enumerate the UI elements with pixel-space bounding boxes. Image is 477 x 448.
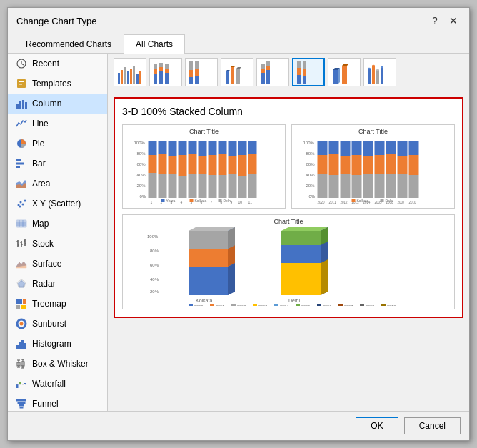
svg-rect-183 bbox=[318, 141, 328, 155]
sidebar-item-box[interactable]: Box & Whisker bbox=[8, 354, 107, 374]
svg-text:2003: 2003 bbox=[258, 304, 267, 306]
svg-rect-157 bbox=[248, 141, 257, 154]
help-button[interactable]: ? bbox=[428, 14, 442, 28]
svg-rect-200 bbox=[375, 174, 385, 198]
sidebar-item-pie[interactable]: Pie bbox=[8, 134, 107, 154]
thumb-3d-stacked-column[interactable] bbox=[256, 58, 289, 86]
sidebar-item-line[interactable]: Line bbox=[8, 114, 107, 134]
svg-rect-171 bbox=[161, 199, 165, 202]
chart-preview-2-title: Chart Title bbox=[295, 128, 451, 135]
sidebar-item-radar[interactable]: Radar bbox=[8, 274, 107, 294]
svg-rect-195 bbox=[363, 141, 373, 156]
cancel-button[interactable]: Cancel bbox=[404, 417, 461, 434]
svg-rect-173 bbox=[190, 199, 194, 202]
sidebar-item-funnel[interactable]: Funnel bbox=[8, 394, 107, 411]
sidebar-item-histogram[interactable]: Histogram bbox=[8, 334, 107, 354]
bar-icon bbox=[15, 157, 28, 170]
svg-rect-70 bbox=[133, 66, 135, 84]
tab-recommended[interactable]: Recommended Charts bbox=[14, 34, 124, 54]
svg-rect-55 bbox=[24, 383, 26, 384]
close-button[interactable]: ✕ bbox=[446, 14, 461, 28]
treemap-icon bbox=[15, 297, 28, 310]
svg-rect-193 bbox=[352, 155, 362, 175]
thumb-clustered-column[interactable] bbox=[114, 58, 146, 86]
svg-rect-141 bbox=[189, 174, 197, 198]
sidebar-item-recent[interactable]: Recent bbox=[8, 54, 107, 74]
svg-point-18 bbox=[19, 206, 21, 208]
svg-rect-144 bbox=[199, 174, 207, 198]
surface-icon bbox=[15, 257, 28, 270]
thumb-cylinder-column[interactable] bbox=[363, 58, 396, 86]
tab-all-charts[interactable]: All Charts bbox=[124, 34, 185, 54]
svg-text:20%: 20% bbox=[150, 289, 159, 294]
dialog-title: Change Chart Type bbox=[16, 16, 97, 26]
svg-marker-30 bbox=[16, 262, 26, 268]
thumb-100-stacked-column[interactable] bbox=[185, 58, 218, 86]
sidebar-item-waterfall[interactable]: Waterfall bbox=[8, 374, 107, 394]
svg-rect-152 bbox=[229, 156, 237, 174]
svg-rect-145 bbox=[209, 141, 217, 155]
svg-marker-233 bbox=[228, 263, 235, 295]
svg-rect-37 bbox=[21, 305, 26, 309]
svg-rect-248 bbox=[210, 304, 214, 306]
svg-text:80%: 80% bbox=[306, 151, 316, 156]
sidebar-item-map[interactable]: Map bbox=[8, 214, 107, 234]
sidebar-item-area[interactable]: Area bbox=[8, 174, 107, 194]
chart-type-selection-box: 3-D 100% Stacked Column Chart Title 100%… bbox=[114, 97, 463, 318]
thumb-3d-clustered-column[interactable] bbox=[221, 58, 253, 86]
svg-rect-197 bbox=[363, 174, 373, 198]
svg-rect-6 bbox=[22, 100, 24, 109]
svg-text:Delhi: Delhi bbox=[386, 199, 393, 203]
sunburst-icon bbox=[15, 317, 28, 330]
svg-rect-92 bbox=[236, 69, 240, 84]
svg-rect-238 bbox=[281, 231, 321, 245]
area-icon bbox=[15, 177, 28, 190]
svg-rect-131 bbox=[159, 154, 167, 174]
svg-rect-147 bbox=[209, 175, 217, 198]
thumb-stacked-column[interactable] bbox=[149, 58, 182, 86]
sidebar-item-surface[interactable]: Surface bbox=[8, 254, 107, 274]
svg-rect-36 bbox=[16, 305, 20, 309]
chart-preview-2[interactable]: Chart Title 100% 80% 60% 40% 20% 0% bbox=[291, 124, 455, 209]
svg-rect-19 bbox=[16, 220, 26, 227]
sidebar-item-templates[interactable]: Templates bbox=[8, 74, 107, 94]
svg-rect-3 bbox=[19, 84, 22, 85]
thumb-3d-column[interactable] bbox=[328, 58, 361, 86]
chart-preview-1[interactable]: Chart Title 100% 80% 60% 40% 20% 0% bbox=[122, 124, 286, 209]
waterfall-icon bbox=[15, 377, 28, 390]
svg-rect-57 bbox=[16, 399, 26, 402]
sidebar-item-sunburst[interactable]: Sunburst bbox=[8, 314, 107, 334]
ok-button[interactable]: OK bbox=[356, 417, 398, 434]
svg-text:20%: 20% bbox=[137, 184, 146, 188]
thumb-3d-100-stacked-column[interactable] bbox=[292, 58, 325, 86]
chart-preview-3d-title: Chart Title bbox=[126, 218, 451, 225]
svg-marker-93 bbox=[236, 67, 241, 69]
svg-rect-94 bbox=[261, 73, 265, 84]
svg-text:100%: 100% bbox=[147, 234, 159, 239]
svg-rect-254 bbox=[274, 304, 278, 306]
svg-rect-66 bbox=[121, 70, 123, 84]
svg-rect-205 bbox=[398, 156, 408, 174]
svg-rect-202 bbox=[386, 154, 396, 174]
svg-rect-98 bbox=[266, 66, 270, 70]
svg-text:7: 7 bbox=[211, 200, 213, 204]
content-area: Recent Templates bbox=[8, 54, 469, 411]
sidebar-label-box: Box & Whisker bbox=[32, 359, 89, 369]
sidebar-item-stock[interactable]: Stock bbox=[8, 234, 107, 254]
svg-text:2004: 2004 bbox=[280, 304, 288, 306]
sidebar-item-xy[interactable]: X Y (Scatter) bbox=[8, 194, 107, 214]
sidebar-item-column[interactable]: Column bbox=[8, 94, 107, 114]
sidebar-item-treemap[interactable]: Treemap bbox=[8, 294, 107, 314]
svg-rect-258 bbox=[317, 304, 321, 306]
pie-icon bbox=[15, 137, 28, 150]
svg-rect-77 bbox=[159, 67, 163, 71]
svg-rect-246 bbox=[189, 304, 193, 306]
svg-rect-129 bbox=[149, 173, 157, 198]
svg-rect-4 bbox=[16, 104, 19, 109]
svg-marker-91 bbox=[231, 66, 236, 67]
chart-preview-3d[interactable]: Chart Title 100% 80% 60% 40% 20% bbox=[122, 214, 455, 309]
svg-rect-68 bbox=[127, 71, 129, 84]
svg-rect-115 bbox=[372, 66, 375, 84]
svg-rect-151 bbox=[229, 141, 237, 156]
sidebar-item-bar[interactable]: Bar bbox=[8, 154, 107, 174]
